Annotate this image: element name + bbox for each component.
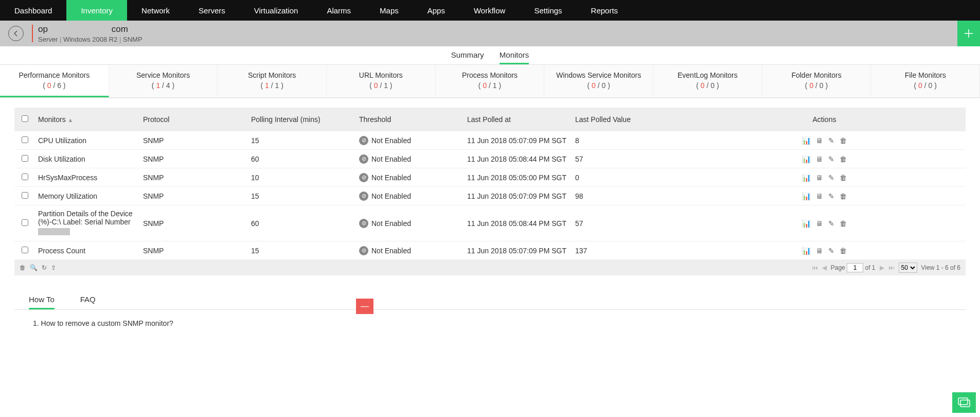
row-checkbox[interactable] <box>22 219 28 226</box>
monitor-tab[interactable]: Performance Monitors( 0 / 6 ) <box>0 65 109 97</box>
help-tabs: How ToFAQ <box>29 295 980 309</box>
cell-last-polled-at: 11 Jun 2018 05:07:09 PM SGT <box>467 247 575 255</box>
monitor-tab[interactable]: File Monitors( 0 / 0 ) <box>871 65 980 97</box>
edit-icon[interactable]: ✎ <box>828 136 834 145</box>
nav-workflow[interactable]: Workflow <box>459 0 520 21</box>
cell-protocol: SNMP <box>143 173 251 182</box>
monitor-tab[interactable]: EventLog Monitors( 0 / 0 ) <box>653 65 762 97</box>
disabled-icon: ⊘ <box>359 154 368 164</box>
cell-last-polled-at: 11 Jun 2018 05:05:00 PM SGT <box>467 173 575 182</box>
tab-summary[interactable]: Summary <box>451 47 484 64</box>
chart-icon[interactable]: 📊 <box>802 192 811 200</box>
help-tab-how-to[interactable]: How To <box>29 295 55 309</box>
nav-maps[interactable]: Maps <box>365 0 413 21</box>
nav-alarms[interactable]: Alarms <box>312 0 365 21</box>
nav-servers[interactable]: Servers <box>184 0 240 21</box>
cell-threshold: ⊘Not Enabled <box>359 136 467 145</box>
edit-icon[interactable]: ✎ <box>828 247 834 255</box>
select-all-checkbox[interactable] <box>22 115 28 122</box>
refresh-icon[interactable]: ↻ <box>42 264 47 271</box>
edit-icon[interactable]: ✎ <box>828 173 834 182</box>
next-page-icon[interactable]: ▶ <box>880 264 884 271</box>
chart-icon[interactable]: 📊 <box>802 219 811 228</box>
monitor-tab[interactable]: URL Monitors( 0 / 1 ) <box>327 65 436 97</box>
add-button[interactable] <box>957 21 980 46</box>
nav-apps[interactable]: Apps <box>413 0 459 21</box>
row-checkbox[interactable] <box>22 192 28 199</box>
chart-icon[interactable]: 📊 <box>802 247 811 255</box>
nav-settings[interactable]: Settings <box>520 0 576 21</box>
page-of: of 1 <box>865 264 875 271</box>
monitor-icon[interactable]: 🖥 <box>816 155 823 163</box>
cell-protocol: SNMP <box>143 136 251 145</box>
help-tab-faq[interactable]: FAQ <box>80 295 96 309</box>
prev-page-icon[interactable]: ◀ <box>822 264 827 271</box>
breadcrumb-item: Windows 2008 R2 <box>63 36 123 43</box>
nav-inventory[interactable]: Inventory <box>66 0 127 21</box>
tab-monitors[interactable]: Monitors <box>500 47 529 64</box>
row-checkbox[interactable] <box>22 173 28 180</box>
page-size-select[interactable]: 50 <box>899 263 917 273</box>
monitor-icon[interactable]: 🖥 <box>816 136 823 145</box>
col-last-polled-at[interactable]: Last Polled at <box>467 115 575 124</box>
delete-row-icon[interactable]: 🗑 <box>840 192 847 200</box>
nav-virtualization[interactable]: Virtualization <box>240 0 313 21</box>
disabled-icon: ⊘ <box>359 136 368 145</box>
page-input[interactable] <box>847 263 863 272</box>
cell-monitor[interactable]: CPU Utilization <box>35 132 143 149</box>
delete-row-icon[interactable]: 🗑 <box>840 173 847 182</box>
view-range: View 1 - 6 of 6 <box>921 264 961 271</box>
col-protocol[interactable]: Protocol <box>143 115 251 124</box>
delete-row-icon[interactable]: 🗑 <box>840 219 847 228</box>
cell-monitor[interactable]: Disk Utilization <box>35 151 143 167</box>
monitor-icon[interactable]: 🖥 <box>816 247 823 255</box>
col-threshold[interactable]: Threshold <box>359 115 467 124</box>
cell-last-polled-value: 57 <box>575 155 683 163</box>
monitor-tab[interactable]: Script Monitors( 1 / 1 ) <box>218 65 327 97</box>
monitor-icon[interactable]: 🖥 <box>816 173 823 182</box>
monitor-icon[interactable]: 🖥 <box>816 219 823 228</box>
edit-icon[interactable]: ✎ <box>828 192 834 200</box>
chart-icon[interactable]: 📊 <box>802 155 811 163</box>
cell-threshold: ⊘Not Enabled <box>359 173 467 182</box>
collapse-help-button[interactable]: — <box>356 299 373 314</box>
howto-item[interactable]: 1. How to remove a custom SNMP monitor? <box>33 319 980 327</box>
edit-icon[interactable]: ✎ <box>828 219 834 228</box>
cell-actions: 📊🖥✎🗑 <box>683 155 966 163</box>
delete-row-icon[interactable]: 🗑 <box>840 247 847 255</box>
monitor-icon[interactable]: 🖥 <box>816 192 823 200</box>
nav-dashboard[interactable]: Dashboard <box>0 0 66 21</box>
search-icon[interactable]: 🔍 <box>30 264 38 271</box>
delete-row-icon[interactable]: 🗑 <box>840 136 847 145</box>
last-page-icon[interactable]: ⏭ <box>888 264 895 271</box>
row-checkbox[interactable] <box>22 247 28 253</box>
row-checkbox[interactable] <box>22 155 28 162</box>
monitor-tab[interactable]: Folder Monitors( 0 / 0 ) <box>762 65 871 97</box>
row-checkbox[interactable] <box>22 136 28 143</box>
delete-row-icon[interactable]: 🗑 <box>840 155 847 163</box>
cell-monitor[interactable]: HrSysMaxProcess <box>35 169 143 186</box>
back-button[interactable] <box>8 26 24 41</box>
cell-monitor[interactable]: Partition Details of the Device (%)-C:\ … <box>35 205 143 241</box>
nav-reports[interactable]: Reports <box>577 0 633 21</box>
grid-header: Monitors ▲ Protocol Polling Interval (mi… <box>14 108 966 131</box>
chart-icon[interactable]: 📊 <box>802 173 811 182</box>
monitor-tab[interactable]: Windows Service Monitors( 0 / 0 ) <box>544 65 653 97</box>
export-icon[interactable]: ⇪ <box>51 264 56 271</box>
monitor-tab[interactable]: Service Monitors( 1 / 4 ) <box>109 65 218 97</box>
col-last-polled-value[interactable]: Last Polled Value <box>575 115 683 124</box>
delete-icon[interactable]: 🗑 <box>20 264 26 271</box>
cell-monitor[interactable]: Process Count <box>35 242 143 259</box>
cell-last-polled-value: 137 <box>575 247 683 255</box>
chart-icon[interactable]: 📊 <box>802 136 811 145</box>
monitor-tab[interactable]: Process Monitors( 0 / 1 ) <box>436 65 545 97</box>
nav-network[interactable]: Network <box>127 0 184 21</box>
edit-icon[interactable]: ✎ <box>828 155 834 163</box>
cell-monitor[interactable]: Memory Utilization <box>35 188 143 204</box>
col-polling[interactable]: Polling Interval (mins) <box>251 115 359 124</box>
cell-actions: 📊🖥✎🗑 <box>683 136 966 145</box>
col-monitors[interactable]: Monitors <box>38 115 66 124</box>
cell-polling: 10 <box>251 173 359 182</box>
table-row: HrSysMaxProcessSNMP10⊘Not Enabled11 Jun … <box>14 168 966 187</box>
first-page-icon[interactable]: ⏮ <box>812 264 818 271</box>
